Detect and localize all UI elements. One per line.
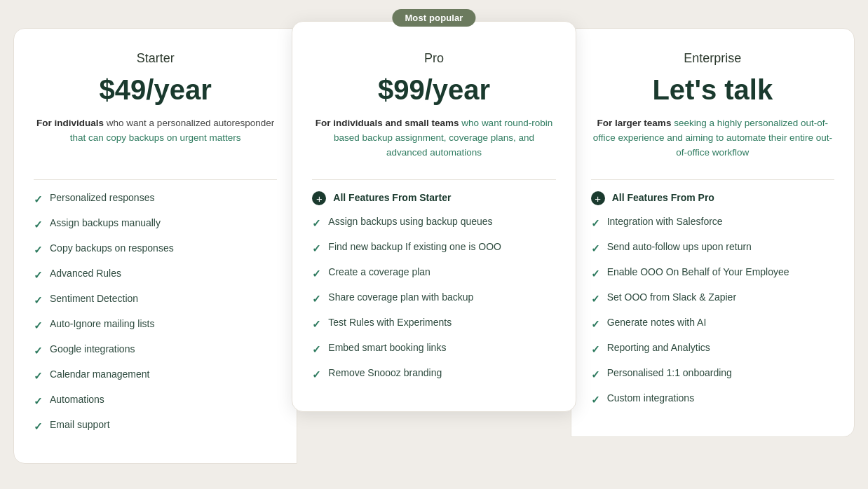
feature-item: ✓ Test Rules with Experiments	[312, 316, 555, 331]
feature-text: Test Rules with Experiments	[328, 316, 452, 330]
feature-item: ✓ Integration with Salesforce	[591, 215, 834, 230]
plan-price-enterprise: Let's talk	[591, 74, 834, 105]
feature-item: ✓ Auto-Ignore mailing lists	[34, 317, 277, 333]
feature-text: Custom integrations	[607, 392, 695, 406]
feature-text: Share coverage plan with backup	[328, 291, 473, 305]
feature-item: ✓ Automations	[34, 393, 277, 408]
check-icon: ✓	[312, 291, 321, 306]
plan-desc-enterprise: For larger teams seeking a highly person…	[591, 116, 834, 165]
check-icon: ✓	[591, 216, 600, 230]
plus-icon: +	[591, 191, 605, 205]
feature-text: Email support	[50, 418, 110, 432]
feature-text: Personalised 1:1 onboarding	[607, 366, 732, 380]
feature-item: ✓ Remove Snoooz branding	[312, 366, 555, 382]
feature-item: ✓ Share coverage plan with backup	[312, 291, 555, 306]
plan-price-pro: $99/year	[312, 74, 555, 105]
check-icon: ✓	[34, 293, 43, 308]
feature-text: Reporting and Analytics	[607, 341, 710, 355]
check-icon: ✓	[34, 192, 43, 207]
check-icon: ✓	[312, 317, 321, 331]
feature-text: Personalized responses	[50, 191, 154, 205]
feature-text: Enable OOO On Behalf of Your Employee	[607, 266, 789, 280]
feature-item: ✓ Create a coverage plan	[312, 266, 555, 281]
feature-item: ✓ Set OOO from Slack & Zapier	[591, 291, 834, 306]
check-icon: ✓	[34, 242, 43, 257]
feature-item: ✓ Embed smart booking links	[312, 341, 555, 357]
plan-name-enterprise: Enterprise	[591, 51, 834, 66]
feature-text: Advanced Rules	[50, 267, 121, 281]
feature-item: + All Features From Starter	[312, 191, 555, 205]
check-icon: ✓	[34, 318, 43, 333]
feature-item: ✓ Find new backup If existing one is OOO	[312, 240, 555, 256]
feature-text: Copy backups on responses	[50, 242, 174, 256]
feature-item: ✓ Copy backups on responses	[34, 242, 277, 257]
feature-item: ✓ Assign backups manually	[34, 216, 277, 232]
plan-card-starter: Starter$49/yearFor individuals who want …	[13, 28, 297, 464]
plan-card-enterprise: EnterpriseLet's talkFor larger teams see…	[571, 28, 855, 437]
check-icon: ✓	[591, 342, 600, 357]
check-icon: ✓	[34, 268, 43, 282]
feature-text: Google integrations	[50, 343, 135, 357]
feature-list-enterprise: + All Features From Pro ✓ Integration wi…	[591, 191, 834, 407]
feature-list-pro: + All Features From Starter ✓ Assign bac…	[312, 191, 555, 382]
feature-text: All Features From Starter	[333, 191, 451, 205]
check-icon: ✓	[591, 291, 600, 306]
feature-text: Embed smart booking links	[328, 341, 446, 355]
divider-enterprise	[591, 179, 834, 180]
plan-price-starter: $49/year	[34, 74, 277, 105]
divider-starter	[34, 179, 277, 180]
plan-desc-starter: For individuals who want a personalized …	[34, 116, 277, 165]
check-icon: ✓	[591, 266, 600, 281]
plan-name-pro: Pro	[312, 51, 555, 66]
check-icon: ✓	[312, 216, 321, 230]
check-icon: ✓	[312, 367, 321, 382]
feature-text: Assign backups manually	[50, 216, 161, 230]
feature-item: ✓ Google integrations	[34, 343, 277, 358]
feature-item: ✓ Email support	[34, 418, 277, 434]
feature-text: Calendar management	[50, 368, 149, 382]
feature-item: ✓ Advanced Rules	[34, 267, 277, 282]
most-popular-badge: Most popular	[392, 9, 475, 27]
check-icon: ✓	[591, 392, 600, 407]
feature-text: Automations	[50, 393, 104, 407]
plus-icon: +	[312, 191, 326, 205]
plan-name-starter: Starter	[34, 51, 277, 66]
divider-pro	[312, 179, 555, 180]
feature-text: Set OOO from Slack & Zapier	[607, 291, 736, 305]
check-icon: ✓	[312, 241, 321, 256]
feature-list-starter: ✓ Personalized responses ✓ Assign backup…	[34, 191, 277, 434]
feature-item: ✓ Assign backups using backup queues	[312, 215, 555, 230]
check-icon: ✓	[591, 367, 600, 382]
feature-item: ✓ Calendar management	[34, 368, 277, 383]
feature-item: + All Features From Pro	[591, 191, 834, 205]
plan-desc-pro: For individuals and small teams who want…	[312, 116, 555, 165]
check-icon: ✓	[34, 394, 43, 408]
feature-text: All Features From Pro	[612, 191, 714, 205]
feature-item: ✓ Generate notes with AI	[591, 316, 834, 331]
feature-text: Auto-Ignore mailing lists	[50, 317, 154, 331]
feature-text: Send auto-follow ups upon return	[607, 240, 752, 254]
feature-text: Assign backups using backup queues	[328, 215, 492, 229]
feature-text: Create a coverage plan	[328, 266, 430, 280]
check-icon: ✓	[591, 317, 600, 331]
check-icon: ✓	[312, 342, 321, 357]
feature-item: ✓ Send auto-follow ups upon return	[591, 240, 834, 256]
check-icon: ✓	[34, 217, 43, 232]
feature-text: Remove Snoooz branding	[328, 366, 442, 380]
pricing-wrapper: Starter$49/yearFor individuals who want …	[13, 14, 855, 464]
feature-item: ✓ Enable OOO On Behalf of Your Employee	[591, 266, 834, 281]
feature-text: Generate notes with AI	[607, 316, 707, 330]
feature-item: ✓ Sentiment Detection	[34, 292, 277, 308]
feature-item: ✓ Personalized responses	[34, 191, 277, 207]
check-icon: ✓	[34, 343, 43, 358]
feature-item: ✓ Reporting and Analytics	[591, 341, 834, 357]
check-icon: ✓	[591, 241, 600, 256]
feature-text: Integration with Salesforce	[607, 215, 723, 229]
check-icon: ✓	[34, 419, 43, 434]
feature-item: ✓ Personalised 1:1 onboarding	[591, 366, 834, 382]
plan-card-pro: Most popularPro$99/yearFor individuals a…	[292, 21, 576, 412]
feature-text: Find new backup If existing one is OOO	[328, 240, 501, 254]
feature-text: Sentiment Detection	[50, 292, 138, 306]
check-icon: ✓	[34, 369, 43, 383]
feature-item: ✓ Custom integrations	[591, 392, 834, 407]
